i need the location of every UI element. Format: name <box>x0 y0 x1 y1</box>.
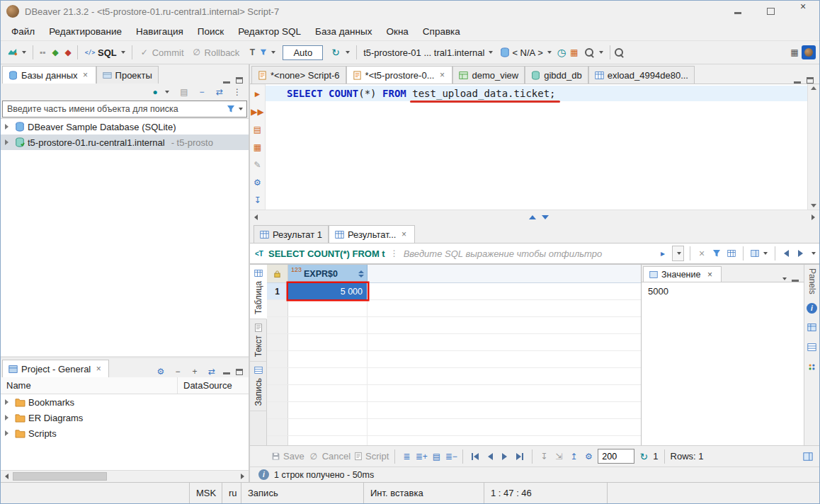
column-datasource[interactable]: DataSource <box>178 377 249 394</box>
close-tab-icon[interactable] <box>400 230 409 239</box>
maximize-icon[interactable] <box>754 1 787 22</box>
menu-file[interactable]: Файл <box>5 24 41 39</box>
commit-button[interactable]: Commit <box>136 43 187 62</box>
sql-line-1[interactable]: SELECT COUNT (*) FROM test_upload_data.t… <box>266 86 807 101</box>
apply-filter-icon[interactable]: ▸ <box>657 248 668 259</box>
scrollbar-thumb[interactable] <box>13 472 107 481</box>
code-area[interactable]: SELECT COUNT (*) FROM test_upload_data.t… <box>266 84 807 210</box>
minimize-view-icon[interactable] <box>223 78 230 84</box>
dbeaver-perspective-icon[interactable] <box>802 45 816 59</box>
scroll-right-icon[interactable] <box>807 214 819 220</box>
tab-grid-presentation[interactable]: Таблица <box>250 265 267 319</box>
expander-icon[interactable] <box>5 415 8 420</box>
filter-history-dropdown[interactable] <box>672 246 684 261</box>
tab-databases[interactable]: Базы данных <box>2 66 96 84</box>
cancel-button[interactable]: Cancel <box>308 451 351 462</box>
refresh-mode-button[interactable] <box>327 43 353 62</box>
maximize-view-icon[interactable] <box>236 77 243 84</box>
script-button[interactable]: Script <box>354 451 389 462</box>
grid-panel-icon[interactable] <box>807 322 818 333</box>
minimize-view-icon[interactable] <box>223 369 230 374</box>
autocommit-combo[interactable]: Auto <box>283 45 323 60</box>
panels-layout-button[interactable] <box>749 246 769 260</box>
menu-search[interactable]: Поиск <box>191 24 230 39</box>
connection-combo[interactable]: t5-prostore-01 ... tral1.internal <box>360 43 496 62</box>
empty-cell[interactable] <box>288 436 368 445</box>
refresh-icon[interactable] <box>638 451 649 462</box>
row-number-cell[interactable] <box>267 300 288 316</box>
empty-cell[interactable] <box>288 300 368 316</box>
scroll-down-icon[interactable] <box>811 204 816 207</box>
execute-statement-icon[interactable]: ► <box>252 88 263 100</box>
row-number-cell[interactable] <box>267 368 288 384</box>
scroll-up-icon[interactable] <box>811 86 816 90</box>
duplicate-row-icon[interactable]: ▤ <box>431 451 442 462</box>
menu-help[interactable]: Справка <box>416 24 467 39</box>
selected-value-cell[interactable]: 5 000 <box>288 283 368 299</box>
close-icon[interactable] <box>787 1 819 12</box>
maximize-view-icon[interactable] <box>236 369 243 375</box>
value-viewer-icon[interactable]: i <box>807 303 817 314</box>
fetch-all-icon[interactable]: ⇲ <box>553 451 564 462</box>
cursor-position-indicator[interactable]: 1 : 47 : 46 <box>484 483 607 503</box>
empty-cell[interactable] <box>288 334 368 350</box>
search-dropdown-button[interactable] <box>581 43 606 62</box>
custom-filter-icon[interactable] <box>726 248 737 259</box>
collapse-all-icon[interactable] <box>196 86 207 98</box>
column-header-expr0[interactable]: 123 EXPR$0 <box>288 265 368 282</box>
previous-result-icon[interactable] <box>781 250 792 257</box>
maximize-view-icon[interactable] <box>807 77 814 84</box>
tab-project-general[interactable]: Project - General <box>2 360 109 377</box>
settings-icon[interactable] <box>155 366 166 377</box>
value-content[interactable]: 5000 <box>642 282 804 445</box>
scroll-left-icon[interactable] <box>1 474 13 479</box>
tab-gibdd-db[interactable]: gibdd_db <box>525 66 588 84</box>
close-tab-icon[interactable] <box>94 365 103 373</box>
menu-sql-editor[interactable]: Редактор SQL <box>232 24 307 39</box>
rollback-branch-icon[interactable]: ◆ <box>62 47 74 58</box>
schema-combo[interactable]: < N/A > <box>497 43 554 62</box>
close-tab-icon[interactable] <box>704 269 715 280</box>
add-row-icon[interactable]: ≣+ <box>416 451 427 462</box>
empty-cell[interactable] <box>288 402 368 418</box>
menu-navigation[interactable]: Навигация <box>130 24 190 39</box>
toggle-panels-icon[interactable] <box>802 451 814 462</box>
clear-filter-icon[interactable] <box>696 248 707 259</box>
expand-icon[interactable] <box>189 366 200 377</box>
sort-icon[interactable] <box>358 270 364 277</box>
row-number-cell[interactable] <box>267 385 288 401</box>
tree-item-bookmarks[interactable]: Bookmarks <box>1 394 249 410</box>
empty-cell[interactable] <box>288 317 368 333</box>
row-number-cell[interactable] <box>267 402 288 418</box>
open-perspective-icon[interactable]: ▦ <box>789 47 800 58</box>
history-icon[interactable] <box>556 47 567 58</box>
menu-edit[interactable]: Редактирование <box>42 24 128 39</box>
aggregate-panel-icon[interactable] <box>807 362 818 373</box>
scroll-left-icon[interactable] <box>250 214 262 220</box>
global-search-icon[interactable] <box>614 47 625 58</box>
expander-icon[interactable] <box>5 124 8 130</box>
editor-settings-icon[interactable] <box>252 177 263 188</box>
menu-database[interactable]: База данных <box>309 24 378 39</box>
tab-exload[interactable]: exload_4994de80... <box>588 66 695 84</box>
timezone-indicator[interactable]: MSK <box>189 483 222 503</box>
next-result-icon[interactable] <box>795 250 806 257</box>
row-number-cell[interactable] <box>267 334 288 350</box>
link-editor-icon[interactable] <box>206 366 217 377</box>
tab-script-6[interactable]: *<none> Script-6 <box>251 66 346 84</box>
object-search-input[interactable] <box>3 104 223 114</box>
minimize-icon[interactable] <box>722 1 754 22</box>
search-filter-button[interactable] <box>223 105 246 113</box>
tree-item-er-diagrams[interactable]: ER Diagrams <box>1 410 249 425</box>
grid-tool-icon[interactable]: ▦ <box>569 47 580 58</box>
save-button[interactable]: Save <box>271 451 304 462</box>
row-number-cell[interactable] <box>267 419 288 435</box>
tab-script-7[interactable]: *<t5-prostore-0... <box>346 66 453 84</box>
tab-text-presentation[interactable]: Текст <box>250 319 266 362</box>
close-tab-icon[interactable] <box>438 71 446 79</box>
next-row-icon[interactable] <box>499 453 510 460</box>
expander-icon[interactable] <box>5 430 8 436</box>
minimize-view-icon[interactable] <box>794 78 801 84</box>
tab-result-1[interactable]: Результат 1 <box>254 225 329 243</box>
sql-editor-button[interactable]: SQL <box>81 43 128 62</box>
